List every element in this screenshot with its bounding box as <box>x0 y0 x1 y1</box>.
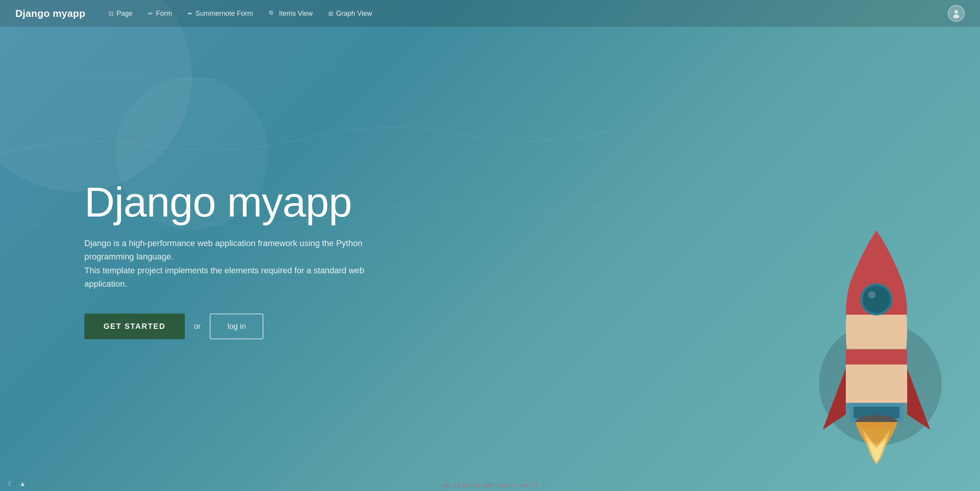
nav-brand[interactable]: Django myapp <box>15 8 86 20</box>
nav-item-page[interactable]: ⊟ Page <box>109 10 133 18</box>
get-started-button[interactable]: GET STARTED <box>84 314 185 339</box>
nav-label-graph-view: Graph View <box>336 10 372 18</box>
nav-label-form: Form <box>156 10 172 18</box>
hero-title: Django myapp <box>84 179 399 225</box>
nav-menu: ⊟ Page ✏ Form ✒ Summernote Form 🔍 Items … <box>109 10 372 18</box>
nav-label-summernote: Summernote Form <box>196 10 253 18</box>
status-bar: wc: 12.00 / ht: 640 / col: 0 / chr: xl <box>0 480 980 491</box>
nav-item-graph-view[interactable]: ⊞ Graph View <box>328 10 372 18</box>
nav-label-items-view: Items View <box>279 10 313 18</box>
svg-point-0 <box>954 10 958 14</box>
hero-description-line2: This template project implements the ele… <box>84 266 364 289</box>
nav-item-items-view[interactable]: 🔍 Items View <box>268 10 313 18</box>
page-icon: ⊟ <box>109 10 113 17</box>
hero-description-line1: Django is a high-performance web applica… <box>84 238 362 261</box>
hero-actions: GET STARTED or log in <box>84 314 399 339</box>
login-button[interactable]: log in <box>210 314 263 339</box>
navbar: Django myapp ⊟ Page ✏ Form ✒ Summernote … <box>0 0 980 27</box>
form-icon: ✏ <box>148 10 153 17</box>
hero-section: Django myapp Django is a high-performanc… <box>0 27 980 491</box>
nav-item-summernote[interactable]: ✒ Summernote Form <box>187 10 253 18</box>
items-view-icon: 🔍 <box>268 10 276 17</box>
svg-point-1 <box>953 15 959 18</box>
user-avatar[interactable] <box>948 5 965 22</box>
nav-item-form[interactable]: ✏ Form <box>148 10 172 18</box>
graph-view-icon: ⊞ <box>328 10 333 17</box>
hero-text-block: Django myapp Django is a high-performanc… <box>84 179 399 339</box>
or-separator: or <box>194 322 201 331</box>
hero-description: Django is a high-performance web applica… <box>84 236 399 291</box>
status-text: wc: 12.00 / ht: 640 / col: 0 / chr: xl <box>443 482 538 488</box>
summernote-icon: ✒ <box>187 10 192 17</box>
nav-label-page: Page <box>117 10 133 18</box>
